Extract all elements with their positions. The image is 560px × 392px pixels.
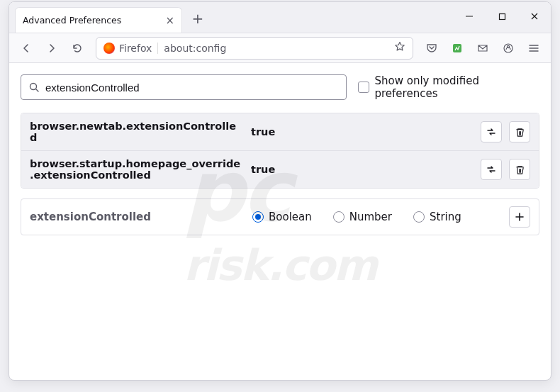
preference-value: true [251, 126, 472, 138]
close-window-button[interactable] [518, 5, 551, 28]
preference-list: browser.newtab.extensionControlled true … [21, 113, 539, 189]
account-icon [503, 43, 514, 54]
inbox-button[interactable] [471, 37, 494, 60]
extension-icon [452, 43, 463, 54]
account-button[interactable] [497, 37, 520, 60]
svg-point-3 [507, 45, 509, 47]
pocket-button[interactable] [420, 37, 443, 60]
identity-box[interactable]: Firefox [103, 43, 158, 54]
preference-search-input[interactable] [45, 82, 339, 94]
preference-search-box[interactable] [21, 74, 347, 100]
close-tab-icon[interactable]: × [165, 14, 174, 27]
arrow-left-icon [21, 43, 32, 54]
url-bar[interactable]: Firefox about:config [96, 37, 413, 60]
svg-rect-0 [499, 13, 505, 19]
app-menu-button[interactable] [522, 37, 545, 60]
minimize-button[interactable] [453, 5, 486, 28]
plus-icon [515, 212, 525, 222]
preference-value: true [251, 164, 472, 175]
show-only-modified-checkbox[interactable]: Show only modified preferences [358, 74, 539, 100]
add-preference-row: extensionControlled Boolean Number Strin… [21, 198, 539, 235]
preference-name: browser.newtab.extensionControlled [30, 121, 242, 143]
add-preference-name: extensionControlled [30, 211, 242, 223]
toggle-icon [486, 126, 497, 138]
new-tab-button[interactable]: + [186, 7, 209, 30]
trash-icon [515, 127, 525, 138]
checkbox-icon [358, 82, 369, 93]
svg-point-4 [30, 84, 37, 90]
identity-label: Firefox [119, 43, 152, 54]
hamburger-icon [528, 43, 539, 54]
radio-number[interactable]: Number [333, 211, 392, 223]
minimize-icon [465, 12, 474, 21]
radio-boolean[interactable]: Boolean [252, 211, 312, 223]
radio-label: Boolean [269, 211, 312, 223]
star-icon [394, 41, 405, 52]
delete-button[interactable] [509, 121, 530, 142]
arrow-right-icon [46, 43, 57, 54]
firefox-logo-icon [103, 43, 115, 54]
show-only-modified-label: Show only modified preferences [375, 74, 540, 100]
inbox-icon [477, 43, 488, 54]
titlebar: Advanced Preferences × + [9, 2, 551, 33]
maximize-button[interactable] [486, 5, 518, 28]
tab-title: Advanced Preferences [23, 15, 159, 26]
reload-button[interactable] [66, 37, 89, 60]
about-config-content: Show only modified preferences browser.n… [9, 63, 551, 380]
nav-toolbar: Firefox about:config [9, 33, 551, 63]
reload-icon [72, 43, 83, 54]
toggle-button[interactable] [481, 121, 502, 142]
preference-row[interactable]: browser.startup.homepage_override.extens… [21, 150, 539, 188]
url-text: about:config [164, 43, 388, 54]
extension-button[interactable] [446, 37, 469, 60]
preference-row[interactable]: browser.newtab.extensionControlled true [21, 113, 539, 150]
add-button[interactable] [509, 206, 530, 228]
radio-icon [333, 211, 345, 223]
search-icon [28, 82, 40, 93]
delete-button[interactable] [509, 159, 530, 180]
bookmark-star-button[interactable] [394, 41, 405, 55]
pocket-icon [426, 43, 437, 54]
type-radio-group: Boolean Number String [252, 211, 499, 223]
toggle-icon [486, 164, 497, 175]
radio-icon [413, 211, 425, 223]
radio-label: String [430, 211, 461, 223]
close-icon [530, 12, 539, 21]
toggle-button[interactable] [481, 159, 502, 180]
preference-name: browser.startup.homepage_override.extens… [30, 158, 242, 181]
maximize-icon [498, 13, 506, 21]
radio-icon [252, 211, 264, 223]
radio-label: Number [349, 211, 392, 223]
back-button[interactable] [15, 37, 38, 60]
trash-icon [515, 164, 525, 175]
forward-button[interactable] [40, 37, 63, 60]
browser-tab[interactable]: Advanced Preferences × [15, 7, 182, 33]
radio-string[interactable]: String [413, 211, 461, 223]
